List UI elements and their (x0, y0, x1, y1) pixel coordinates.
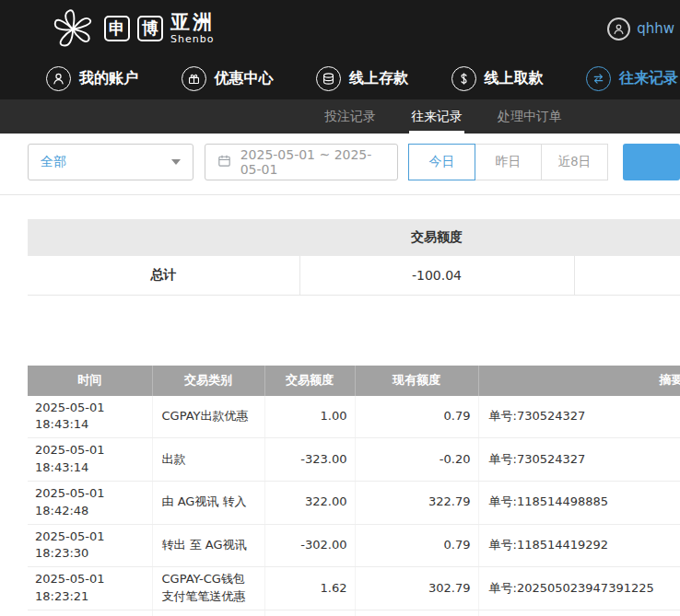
brand-char-bo: 博 (137, 16, 163, 41)
transactions-body: 2025-05-01 18:43:14 CGPAY出款优惠 1.00 0.79 … (28, 396, 680, 616)
nav-item-my-account[interactable]: 我的账户 (46, 66, 138, 91)
tab-processing-orders[interactable]: 处理中订单 (496, 99, 564, 134)
transaction-row: 2025-05-01 18:23:21 CGPAY-CG钱包支付笔笔送优惠 1.… (28, 567, 680, 610)
transaction-row: 2025-05-01 18:23:30 转出 至 AG视讯 -302.00 0.… (28, 524, 680, 567)
transactions-table: 时间 交易类别 交易额度 现有额度 摘要 2025-05-01 18:43:14… (28, 366, 680, 616)
cell-time: 2025-05-01 18:23:30 (28, 524, 152, 567)
nav-label: 线上存款 (349, 69, 408, 88)
date-range-value: 2025-05-01 ~ 2025-05-01 (240, 147, 386, 177)
filter-bar: 全部 2025-05-01 ~ 2025-05-01 今日 昨日 近8日 (0, 134, 680, 180)
summary-table: 交易额度 总计 -100.04 (28, 219, 680, 296)
column-header-note: 摘要 (478, 366, 680, 396)
account-icon (607, 17, 630, 41)
nav-label: 线上取款 (485, 69, 544, 88)
cell-type: 转出 至 AG视讯 (152, 524, 264, 567)
yesterday-button[interactable]: 昨日 (475, 144, 542, 180)
transaction-row: 2025-05-01 18:43:14 出款 -323.00 -0.20 单号:… (28, 438, 680, 482)
cell-time: 2025-05-01 18:43:14 (28, 438, 152, 482)
nav-item-withdraw[interactable]: 线上取款 (451, 66, 544, 91)
account-menu[interactable]: qhhw (607, 17, 674, 41)
calendar-icon (217, 153, 232, 171)
sub-navigation: 投注记录 往来记录 处理中订单 (0, 99, 680, 134)
brand-logo: 申 博 亚洲 Shenbo (49, 7, 217, 50)
today-button[interactable]: 今日 (408, 144, 475, 180)
chevron-down-icon (171, 159, 181, 165)
brand-name-en: Shenbo (170, 33, 217, 45)
cell-amount: 1.62 (264, 567, 355, 610)
cell-type: CGPAY出款优惠 (152, 396, 264, 438)
cell-balance: 301.17 (355, 610, 478, 616)
nav-item-deposit[interactable]: 线上存款 (316, 66, 408, 91)
type-filter-select[interactable]: 全部 (28, 144, 193, 180)
cell-amount: -302.00 (264, 524, 355, 567)
main-navigation: 我的账户 优惠中心 线上存款 线上取款 往来记录 (0, 57, 680, 99)
summary-header-empty (28, 219, 299, 256)
deposit-icon (316, 66, 341, 91)
cell-time: 2025-05-01 18:23:21 (28, 610, 152, 616)
transaction-row: 2025-05-01 18:23:21 CGPAY支付 270.00 301.1… (28, 610, 680, 616)
nav-item-promotions[interactable]: 优惠中心 (182, 66, 274, 91)
cell-time: 2025-05-01 18:42:48 (28, 481, 152, 524)
withdraw-icon (451, 66, 476, 91)
cell-time: 2025-05-01 18:23:21 (28, 567, 152, 610)
nav-label: 往来记录 (619, 69, 678, 88)
cell-type: CGPAY-CG钱包支付笔笔送优惠 (152, 567, 264, 610)
summary-header-amount: 交易额度 (299, 219, 574, 256)
brand-region: 亚洲 (170, 12, 217, 33)
cell-balance: 0.79 (355, 524, 478, 567)
cell-amount: 322.00 (264, 481, 355, 524)
column-header-time: 时间 (28, 366, 152, 396)
column-header-balance: 现有额度 (355, 366, 478, 396)
brand-flower-icon (49, 7, 97, 50)
cell-amount: 1.00 (264, 396, 355, 438)
transaction-row: 2025-05-01 18:42:48 由 AG视讯 转入 322.00 322… (28, 481, 680, 524)
cell-amount: 270.00 (264, 610, 355, 616)
cell-type: 由 AG视讯 转入 (152, 481, 264, 524)
username: qhhw (637, 20, 674, 37)
nav-item-transaction-records[interactable]: 往来记录 (586, 66, 678, 91)
column-header-type: 交易类别 (152, 366, 264, 396)
tab-transaction-records[interactable]: 往来记录 (409, 99, 464, 134)
search-button[interactable] (623, 144, 680, 180)
cell-note: 单号:202505023947391225 (478, 567, 680, 610)
last-8-days-button[interactable]: 近8日 (541, 144, 608, 180)
cell-type: CGPAY支付 (152, 610, 264, 616)
transactions-header-row: 时间 交易类别 交易额度 现有额度 摘要 (28, 366, 680, 396)
cell-amount: -323.00 (264, 438, 355, 482)
nav-label: 优惠中心 (215, 69, 274, 88)
cell-balance: 302.79 (355, 567, 478, 610)
summary-empty-cell (574, 256, 680, 295)
cell-balance: -0.20 (355, 438, 478, 482)
summary-header-row: 交易额度 (28, 219, 680, 256)
type-filter-value: 全部 (41, 154, 66, 170)
summary-total-label: 总计 (28, 256, 299, 295)
transaction-row: 2025-05-01 18:43:14 CGPAY出款优惠 1.00 0.79 … (28, 396, 680, 438)
cell-note: 单号:730524327 (478, 438, 680, 482)
brand-char-shen: 申 (104, 16, 130, 41)
quick-range-group: 今日 昨日 近8日 (409, 144, 608, 180)
cell-note: 单号:118514498885 (478, 481, 680, 524)
cell-time: 2025-05-01 18:43:14 (28, 396, 152, 438)
summary-total-value: -100.04 (299, 256, 574, 295)
column-header-amount: 交易额度 (264, 366, 355, 396)
cell-note: 单号:202505023947391225 (478, 610, 680, 616)
date-range-input[interactable]: 2025-05-01 ~ 2025-05-01 (205, 144, 398, 180)
tab-betting-records[interactable]: 投注记录 (322, 99, 378, 134)
section-divider (0, 194, 680, 195)
cell-balance: 0.79 (355, 396, 478, 438)
records-icon (586, 66, 611, 91)
cell-balance: 322.79 (355, 481, 478, 524)
summary-header-empty (574, 219, 680, 256)
cell-note: 单号:118514419292 (478, 524, 680, 567)
user-icon (46, 66, 71, 91)
cell-note: 单号:730524327 (478, 396, 680, 438)
gift-icon (182, 66, 206, 91)
cell-type: 出款 (152, 438, 264, 482)
summary-total-row: 总计 -100.04 (28, 256, 680, 295)
top-header: 申 博 亚洲 Shenbo qhhw (0, 0, 680, 57)
nav-label: 我的账户 (79, 69, 138, 88)
